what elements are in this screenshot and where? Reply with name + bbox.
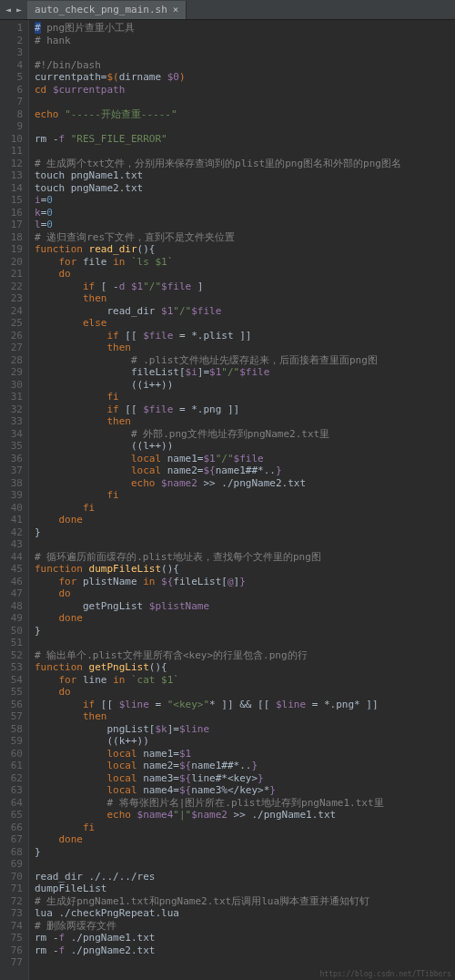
line-number: 37 bbox=[2, 464, 23, 477]
code-line: rm -f ./pngName1.txt bbox=[35, 932, 455, 944]
line-number: 24 bbox=[2, 305, 23, 318]
line-number: 56 bbox=[2, 699, 23, 711]
line-number: 68 bbox=[2, 846, 23, 859]
line-number: 65 bbox=[2, 809, 23, 822]
tab-file[interactable]: auto_check_png_main.sh × bbox=[27, 1, 187, 19]
line-number: 58 bbox=[2, 723, 23, 736]
editor-topbar: ◄ ► auto_check_png_main.sh × bbox=[0, 0, 455, 20]
line-number: 49 bbox=[2, 612, 23, 625]
line-number: 15 bbox=[2, 194, 23, 207]
line-number: 8 bbox=[2, 108, 23, 121]
line-number: 54 bbox=[2, 674, 23, 687]
code-line: # .plist文件地址先缓存起来，后面接着查里面png图 bbox=[35, 354, 455, 367]
line-number: 5 bbox=[2, 71, 23, 84]
code-line: then bbox=[35, 342, 455, 354]
code-line: for plistName in ${fileList[@]} bbox=[35, 576, 455, 588]
line-number: 39 bbox=[2, 489, 23, 502]
code-line bbox=[35, 956, 455, 969]
line-number: 16 bbox=[2, 207, 23, 219]
code-line: then bbox=[35, 415, 455, 428]
line-number: 52 bbox=[2, 649, 23, 662]
line-number: 25 bbox=[2, 317, 23, 330]
code-line: if [[ $file = *.png ]] bbox=[35, 403, 455, 416]
code-line: # 删除两缓存文件 bbox=[35, 920, 455, 933]
line-number: 1 bbox=[2, 22, 23, 35]
code-line: # 循环遍历前面缓存的.plist地址表，查找每个文件里的png图 bbox=[35, 551, 455, 564]
code-line: fileList[$i]=$1"/"$file bbox=[35, 366, 455, 379]
code-line: #!/bin/bash bbox=[35, 59, 455, 72]
code-line: then bbox=[35, 292, 455, 305]
code-line: do bbox=[35, 268, 455, 281]
code-line: ((k++)) bbox=[35, 735, 455, 748]
line-number: 59 bbox=[2, 735, 23, 748]
line-number: 74 bbox=[2, 920, 23, 933]
line-number: 55 bbox=[2, 686, 23, 699]
tab-label: auto_check_png_main.sh bbox=[35, 4, 167, 15]
line-number: 11 bbox=[2, 145, 23, 158]
watermark: https://blog.csdn.net/TTibbers bbox=[320, 970, 452, 978]
line-number: 27 bbox=[2, 342, 23, 354]
line-number: 26 bbox=[2, 330, 23, 342]
line-number: 20 bbox=[2, 256, 23, 269]
line-number: 42 bbox=[2, 526, 23, 539]
code-line bbox=[35, 538, 455, 551]
line-number: 77 bbox=[2, 956, 23, 969]
code-line: touch pngName2.txt bbox=[35, 182, 455, 195]
line-number: 67 bbox=[2, 833, 23, 846]
code-line: } bbox=[35, 625, 455, 638]
line-number: 23 bbox=[2, 292, 23, 305]
nav-back-icon[interactable]: ◄ bbox=[4, 5, 13, 15]
line-number: 38 bbox=[2, 477, 23, 490]
line-number: 51 bbox=[2, 637, 23, 649]
code-line: pngList[$k]=$line bbox=[35, 723, 455, 736]
code-line: # 生成好pngName1.txt和pngName2.txt后调用lua脚本查重… bbox=[35, 895, 455, 908]
line-number: 35 bbox=[2, 440, 23, 453]
code-line: dumpFileList bbox=[35, 883, 455, 895]
code-line: l=0 bbox=[35, 219, 455, 231]
line-number: 12 bbox=[2, 158, 23, 170]
line-number: 13 bbox=[2, 169, 23, 182]
line-number: 63 bbox=[2, 784, 23, 797]
code-line: # 递归查询res下文件，直到不是文件夹位置 bbox=[35, 231, 455, 244]
line-number: 3 bbox=[2, 46, 23, 59]
code-line: if [[ $file = *.plist ]] bbox=[35, 330, 455, 342]
line-number: 64 bbox=[2, 797, 23, 810]
line-number: 69 bbox=[2, 858, 23, 871]
code-line: getPngList $plistName bbox=[35, 600, 455, 613]
line-number: 33 bbox=[2, 415, 23, 428]
line-number: 34 bbox=[2, 428, 23, 441]
line-number: 71 bbox=[2, 883, 23, 895]
line-number: 46 bbox=[2, 576, 23, 588]
line-number: 28 bbox=[2, 354, 23, 367]
line-number: 7 bbox=[2, 96, 23, 108]
code-line: do bbox=[35, 587, 455, 600]
code-line: # 将每张图片名|图片所在.plist地址存到pngName1.txt里 bbox=[35, 797, 455, 810]
code-line: i=0 bbox=[35, 194, 455, 207]
code-line: else bbox=[35, 317, 455, 330]
nav-arrows: ◄ ► bbox=[0, 5, 27, 15]
code-line: local name1=$1"/"$file bbox=[35, 453, 455, 465]
code-line: rm -f "RES_FILE_ERROR" bbox=[35, 133, 455, 146]
code-line: done bbox=[35, 514, 455, 526]
code-line: done bbox=[35, 612, 455, 625]
code-line: function dumpFileList(){ bbox=[35, 563, 455, 576]
code-line: local name4=${name3%</key>*} bbox=[35, 784, 455, 797]
code-line: echo "-----开始查重-----" bbox=[35, 108, 455, 121]
code-line: if [[ $line = "<key>"* ]] && [[ $line = … bbox=[35, 699, 455, 711]
nav-forward-icon[interactable]: ► bbox=[15, 5, 24, 15]
code-line: k=0 bbox=[35, 207, 455, 219]
line-number: 22 bbox=[2, 281, 23, 293]
code-line: local name2=${name1##*..} bbox=[35, 464, 455, 477]
line-number: 43 bbox=[2, 538, 23, 551]
line-number: 40 bbox=[2, 502, 23, 515]
code-line: fi bbox=[35, 489, 455, 502]
line-number: 9 bbox=[2, 120, 23, 133]
code-line: do bbox=[35, 686, 455, 699]
line-number: 66 bbox=[2, 822, 23, 834]
line-number: 73 bbox=[2, 907, 23, 920]
line-number: 31 bbox=[2, 391, 23, 403]
code-line: function read_dir(){ bbox=[35, 243, 455, 256]
code-line: touch pngName1.txt bbox=[35, 169, 455, 182]
code-content[interactable]: # png图片查重小工具# hank #!/bin/bashcurrentpat… bbox=[29, 20, 455, 980]
close-icon[interactable]: × bbox=[173, 4, 179, 15]
